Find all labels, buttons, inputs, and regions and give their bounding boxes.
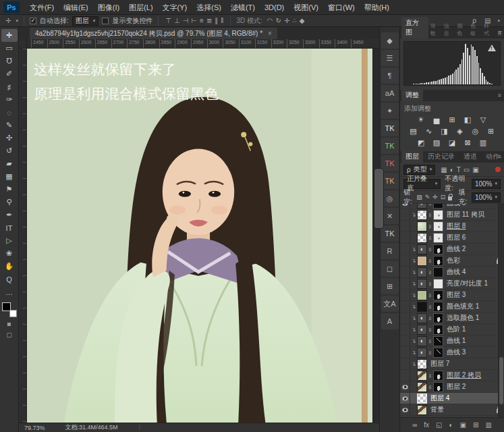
layer-name[interactable]: 曲线 5 bbox=[447, 204, 502, 208]
mask-link-icon[interactable]: ∞ bbox=[427, 223, 433, 230]
tab-图层[interactable]: 图层 bbox=[401, 151, 423, 163]
character-panel-icon[interactable]: aA bbox=[381, 85, 399, 101]
dodge-tool[interactable]: ⚲ bbox=[1, 196, 18, 209]
mask-link-icon[interactable]: ∞ bbox=[427, 304, 433, 310]
eye-cell[interactable] bbox=[400, 313, 410, 323]
smudge-tool[interactable]: ⚑ bbox=[1, 183, 18, 196]
lock-all-icon[interactable] bbox=[448, 196, 451, 200]
layer-thumbnail[interactable] bbox=[417, 359, 427, 369]
layer-thumbnail[interactable]: ◐ bbox=[417, 204, 427, 209]
new-layer-icon[interactable]: ⊞ bbox=[473, 421, 478, 429]
mask-link-icon[interactable]: ∞ bbox=[427, 315, 433, 321]
eye-cell[interactable] bbox=[400, 204, 410, 209]
eye-cell[interactable] bbox=[400, 255, 410, 266]
quick-mask-icon[interactable]: ◙ bbox=[1, 319, 18, 329]
filter-toggle[interactable] bbox=[495, 167, 501, 172]
eye-cell[interactable] bbox=[400, 244, 410, 254]
layer-mask-thumbnail[interactable] bbox=[433, 290, 443, 300]
path-select-tool[interactable]: ▷ bbox=[1, 234, 18, 247]
layer-row[interactable]: ◐∞曲线 5 bbox=[400, 204, 504, 209]
layer-row[interactable]: 背景 bbox=[400, 404, 504, 416]
marquee-tool[interactable]: ▭ bbox=[1, 42, 18, 55]
mask-link-icon[interactable]: ∞ bbox=[427, 281, 433, 287]
layer-name[interactable]: 选取颜色 1 bbox=[447, 313, 502, 323]
tab-导航[interactable]: 导航 bbox=[429, 21, 442, 38]
layer-name[interactable]: 色阶 1 bbox=[447, 325, 502, 334]
menu-item-Y[interactable]: 文字(Y) bbox=[158, 0, 192, 15]
status-chevron-icon[interactable]: 〉 bbox=[138, 423, 144, 432]
adjustment-icon-threshold[interactable]: ◪ bbox=[447, 138, 457, 147]
align-icon[interactable]: ‖ bbox=[219, 17, 225, 24]
layer-mask-thumbnail[interactable] bbox=[433, 221, 443, 232]
layer-row[interactable]: ∞图层 2 拷贝 bbox=[400, 370, 504, 381]
layer-thumbnail[interactable]: ◐ bbox=[417, 279, 427, 289]
grid-panel-icon[interactable]: ⊞ bbox=[381, 278, 399, 294]
layer-name[interactable]: 图层 4 bbox=[430, 394, 502, 403]
tk-panel-icon-1[interactable]: TK bbox=[381, 120, 399, 136]
mask-link-icon[interactable]: ∞ bbox=[427, 204, 433, 207]
layer-row[interactable]: ↴∞图层 3 bbox=[400, 290, 504, 301]
new-adjustment-layer-icon[interactable]: ◐ bbox=[449, 421, 453, 429]
adjustment-icon-brightness-contrast[interactable]: ☀ bbox=[416, 115, 426, 124]
new-group-icon[interactable]: ▣ bbox=[460, 421, 466, 429]
adjustment-icon-photo-filter[interactable]: ◈ bbox=[455, 127, 465, 136]
panel-menu-icon[interactable]: ≡ bbox=[498, 153, 501, 160]
history-brush-tool[interactable]: ↺ bbox=[1, 144, 18, 157]
layer-name[interactable]: 图层 7 bbox=[430, 359, 502, 369]
eye-cell[interactable] bbox=[400, 393, 410, 404]
adjustment-icon-selective-color[interactable]: ▥ bbox=[478, 138, 488, 147]
menu-item-3DD[interactable]: 3D(D) bbox=[260, 0, 289, 15]
menu-item-E[interactable]: 编辑(E) bbox=[59, 0, 93, 15]
tab-adjustments[interactable]: 调整 bbox=[401, 89, 423, 101]
quick-select-tool[interactable]: ✐ bbox=[1, 68, 18, 80]
layer-mask-thumbnail[interactable] bbox=[433, 279, 443, 289]
layer-name[interactable]: 图层 2 bbox=[447, 382, 502, 392]
canvas-vertical-scrollbar[interactable] bbox=[372, 49, 379, 423]
hand-tool[interactable]: ✋ bbox=[1, 260, 18, 273]
mask-link-icon[interactable]: ∞ bbox=[427, 373, 433, 379]
menu-item-W[interactable]: 窗口(W) bbox=[323, 0, 360, 15]
brush-tool[interactable]: ✎ bbox=[1, 119, 18, 132]
panel-menu-icon[interactable]: ≡ bbox=[498, 29, 501, 36]
lock-icon[interactable]: ✎ bbox=[425, 194, 430, 200]
3d-mode-icon[interactable]: ◆ bbox=[298, 17, 306, 24]
layer-row[interactable]: ∞图层 8 bbox=[400, 221, 504, 232]
show-transform-checkbox[interactable] bbox=[102, 18, 109, 24]
eye-cell[interactable] bbox=[400, 232, 410, 243]
layer-thumbnail[interactable]: ◐ bbox=[417, 244, 427, 254]
layer-row[interactable]: ↴◐∞选取颜色 1 bbox=[400, 313, 504, 324]
eye-cell[interactable] bbox=[400, 221, 410, 232]
layer-mask-thumbnail[interactable] bbox=[433, 325, 443, 335]
filter-kind-icon[interactable]: T bbox=[457, 166, 461, 173]
lock-icon[interactable]: ✛ bbox=[432, 194, 438, 200]
layer-row[interactable]: ↴◐∞曲线 2 bbox=[400, 244, 504, 255]
adjustment-icon-gradient-map[interactable]: ⊠ bbox=[463, 138, 473, 147]
move-tool[interactable]: ✛ bbox=[1, 29, 18, 42]
layer-name[interactable]: 图层 11 拷贝 bbox=[447, 210, 502, 219]
layer-thumbnail[interactable] bbox=[417, 394, 427, 404]
align-icon[interactable]: ∥ bbox=[213, 17, 219, 24]
layer-mask-thumbnail[interactable] bbox=[433, 348, 443, 358]
cube-panel-icon[interactable]: ◻ bbox=[381, 261, 399, 277]
tab-历史记录[interactable]: 历史记录 bbox=[424, 151, 459, 163]
mask-link-icon[interactable]: ∞ bbox=[427, 350, 433, 356]
adjustment-icon-vibrance[interactable]: ▽ bbox=[478, 115, 488, 124]
gradient-tool[interactable]: ▦ bbox=[1, 170, 18, 183]
scrollbar-thumb[interactable] bbox=[374, 168, 384, 229]
foreground-color-swatch[interactable] bbox=[2, 302, 11, 311]
workspace-chevron-icon[interactable]: ▾ bbox=[497, 18, 500, 24]
mask-link-icon[interactable]: ∞ bbox=[427, 384, 433, 390]
eye-cell[interactable] bbox=[400, 381, 410, 392]
3d-mode-icon[interactable]: ↻ bbox=[275, 17, 283, 24]
auto-select-dropdown[interactable]: 图层 ▾ bbox=[72, 16, 99, 26]
filter-kind-icon[interactable]: ◐ bbox=[450, 166, 454, 173]
layer-name[interactable]: 曲线 3 bbox=[447, 348, 502, 357]
adjustment-icon-exposure[interactable]: ◧ bbox=[463, 115, 473, 124]
layer-name[interactable]: 图层 2 拷贝 bbox=[447, 371, 502, 380]
eye-cell[interactable] bbox=[400, 267, 410, 277]
layer-mask-thumbnail[interactable] bbox=[433, 256, 443, 266]
adjustment-icon-levels[interactable]: ▅ bbox=[432, 115, 442, 124]
layer-row[interactable]: ∞图层 2 bbox=[400, 381, 504, 393]
align-icon[interactable]: ⊥ bbox=[173, 17, 181, 24]
mask-link-icon[interactable]: ∞ bbox=[427, 235, 433, 241]
